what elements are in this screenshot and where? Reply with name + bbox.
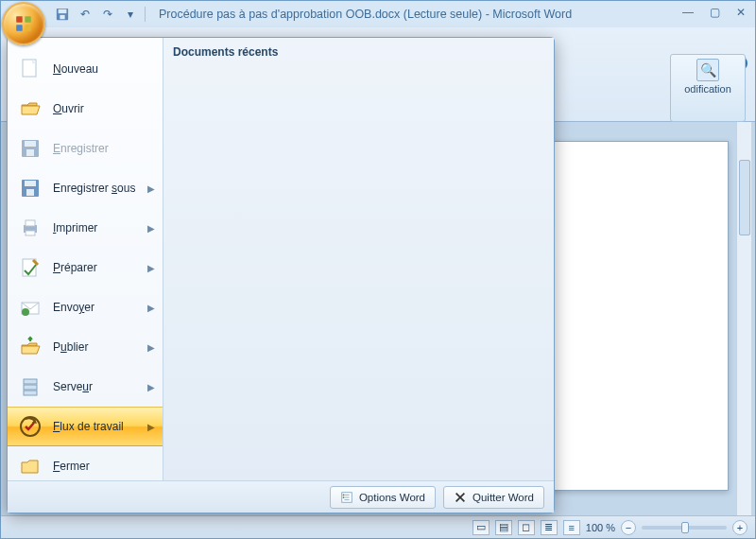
menu-item-label: Fermer — [53, 460, 90, 473]
svg-point-21 — [22, 308, 29, 316]
redo-icon[interactable]: ↷ — [99, 6, 116, 23]
office-menu-list: Nouveau Ouvrir Enregistrer Enregistrer s… — [8, 38, 163, 480]
ribbon-group-edit[interactable]: 🔍 odification — [670, 54, 746, 122]
menu-item-publish[interactable]: Publier ▶ — [8, 327, 163, 367]
save-as-icon — [17, 175, 43, 201]
zoom-in-button[interactable]: + — [732, 520, 747, 535]
chevron-right-icon: ▶ — [147, 342, 155, 353]
printer-icon — [17, 215, 43, 241]
titlebar: ↶ ↷ ▾ Procédure pas à pas d'approbation … — [1, 1, 755, 27]
close-button[interactable]: ✕ — [732, 5, 749, 19]
save-icon[interactable] — [54, 6, 71, 23]
scrollbar-thumb[interactable] — [739, 160, 750, 235]
statusbar: ▭ ▤ ◻ ≣ ≡ 100 % − + — [1, 515, 755, 538]
view-reading-icon[interactable]: ▤ — [495, 520, 512, 535]
menu-item-label: Enregistrer sous — [53, 182, 135, 195]
server-icon — [17, 374, 43, 400]
view-draft-icon[interactable]: ≡ — [563, 520, 580, 535]
menu-item-label: Publier — [53, 340, 88, 354]
quick-access-toolbar: ↶ ↷ ▾ — [54, 6, 146, 23]
menu-item-label: Imprimer — [53, 221, 97, 235]
window-controls: — ▢ ✕ — [679, 5, 749, 19]
vertical-scrollbar[interactable] — [736, 122, 751, 515]
publish-icon — [17, 334, 43, 360]
prepare-icon — [17, 254, 43, 281]
window-title: Procédure pas à pas d'approbation OOB.do… — [159, 8, 572, 21]
view-outline-icon[interactable]: ≣ — [541, 520, 558, 535]
menu-item-save-as[interactable]: Enregistrer sous ▶ — [8, 168, 163, 208]
svg-rect-18 — [26, 231, 35, 235]
folder-open-icon — [17, 96, 43, 122]
svg-rect-5 — [25, 16, 31, 23]
envelope-icon — [17, 294, 43, 321]
svg-point-29 — [343, 496, 345, 498]
zoom-slider[interactable] — [642, 526, 727, 530]
menu-item-print[interactable]: Imprimer ▶ — [8, 208, 163, 248]
zoom-out-button[interactable]: − — [621, 520, 636, 535]
workflow-icon — [17, 413, 43, 440]
menu-item-prepare[interactable]: Préparer ▶ — [8, 248, 163, 287]
svg-rect-17 — [26, 220, 35, 226]
zoom-slider-handle[interactable] — [681, 522, 689, 533]
svg-rect-22 — [24, 379, 37, 384]
svg-rect-15 — [26, 189, 34, 196]
menu-item-open[interactable]: Ouvrir — [8, 89, 163, 129]
office-menu-footer: Options Word Quitter Word — [8, 480, 554, 513]
menu-item-workflow[interactable]: Flux de travail ▶ — [8, 407, 163, 446]
undo-icon[interactable]: ↶ — [77, 6, 94, 23]
office-menu: Nouveau Ouvrir Enregistrer Enregistrer s… — [7, 37, 555, 513]
close-icon — [454, 491, 467, 504]
options-icon — [340, 491, 353, 504]
menu-item-close[interactable]: Fermer — [8, 446, 163, 480]
maximize-button[interactable]: ▢ — [706, 5, 723, 19]
svg-rect-1 — [59, 9, 67, 13]
office-button[interactable] — [2, 2, 45, 45]
view-web-icon[interactable]: ◻ — [518, 520, 535, 535]
app-window: ↶ ↷ ▾ Procédure pas à pas d'approbation … — [0, 0, 756, 539]
word-options-label: Options Word — [359, 492, 425, 503]
new-document-icon — [17, 56, 43, 82]
qat-customize-icon[interactable]: ▾ — [122, 6, 139, 23]
svg-rect-2 — [60, 15, 64, 19]
separator — [145, 7, 146, 22]
menu-item-new[interactable]: Nouveau — [8, 49, 163, 89]
recent-documents-header: Documents récents — [173, 45, 544, 59]
find-icon: 🔍 — [696, 59, 719, 81]
menu-item-label: Envoyer — [53, 301, 94, 314]
view-print-layout-icon[interactable]: ▭ — [472, 520, 490, 535]
word-options-button[interactable]: Options Word — [330, 486, 436, 509]
svg-rect-4 — [16, 16, 23, 23]
menu-item-label: Serveur — [53, 380, 93, 393]
svg-rect-7 — [25, 25, 31, 31]
svg-point-3 — [12, 12, 34, 34]
svg-rect-12 — [26, 149, 34, 156]
chevron-right-icon: ▶ — [147, 263, 155, 273]
chevron-right-icon: ▶ — [147, 422, 155, 432]
recent-documents-panel: Documents récents — [163, 38, 554, 480]
svg-rect-11 — [25, 141, 36, 147]
menu-item-send[interactable]: Envoyer ▶ — [8, 287, 163, 327]
svg-rect-6 — [16, 25, 23, 31]
zoom-value: 100 % — [586, 522, 615, 533]
chevron-right-icon: ▶ — [147, 303, 155, 313]
menu-item-save[interactable]: Enregistrer — [8, 129, 163, 168]
menu-item-server[interactable]: Serveur ▶ — [8, 367, 163, 407]
menu-item-label: Nouveau — [53, 62, 98, 76]
menu-item-label: Ouvrir — [53, 102, 84, 115]
exit-word-button[interactable]: Quitter Word — [443, 486, 544, 509]
office-menu-body: Nouveau Ouvrir Enregistrer Enregistrer s… — [8, 38, 554, 480]
chevron-right-icon: ▶ — [147, 223, 155, 234]
minimize-button[interactable]: — — [679, 5, 696, 19]
chevron-right-icon: ▶ — [147, 382, 155, 392]
save-icon — [17, 135, 43, 162]
exit-word-label: Quitter Word — [472, 492, 534, 503]
chevron-right-icon: ▶ — [147, 183, 155, 194]
svg-point-28 — [343, 494, 345, 496]
ribbon-label-modification: odification — [684, 83, 731, 95]
folder-icon — [17, 453, 43, 479]
menu-item-label: Enregistrer — [53, 142, 109, 155]
menu-item-label: Flux de travail — [53, 420, 124, 433]
svg-rect-14 — [25, 181, 36, 186]
menu-item-label: Préparer — [53, 261, 97, 274]
svg-rect-23 — [24, 385, 37, 390]
